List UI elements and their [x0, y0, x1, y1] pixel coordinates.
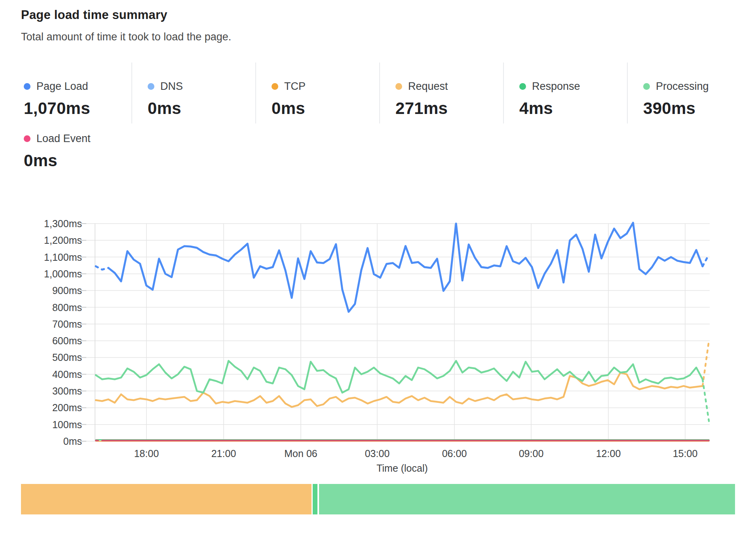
x-axis-label: 03:00 — [365, 448, 390, 459]
series-request — [703, 341, 709, 386]
y-axis-label: 600ms — [52, 335, 82, 346]
y-axis-label: 400ms — [52, 369, 82, 380]
x-axis-label: 12:00 — [596, 448, 621, 459]
y-axis-label: 0ms — [63, 436, 82, 447]
series-page-load — [108, 223, 703, 312]
x-axis-title: Time (local) — [376, 463, 428, 474]
x-axis-label: Mon 06 — [284, 448, 317, 459]
status-timeline-bar — [21, 484, 735, 514]
y-axis-label: 200ms — [52, 402, 82, 413]
series-page-load — [703, 254, 709, 266]
bar-segment-orange-period — [21, 484, 312, 514]
bar-segment-green-period — [319, 484, 735, 514]
series-processing — [703, 379, 709, 421]
x-axis-label: 18:00 — [134, 448, 159, 459]
y-axis-label: 100ms — [52, 419, 82, 430]
x-axis-label: 06:00 — [442, 448, 467, 459]
x-axis-label: 09:00 — [519, 448, 544, 459]
x-axis-label: 21:00 — [211, 448, 236, 459]
bar-segment-green-stripe — [313, 484, 317, 514]
y-axis-label: 700ms — [52, 319, 82, 330]
y-axis-label: 300ms — [52, 385, 82, 397]
y-axis-label: 900ms — [52, 285, 82, 296]
series-processing — [96, 361, 703, 393]
y-axis-label: 800ms — [52, 302, 82, 313]
y-axis-label: 1,000ms — [44, 268, 82, 279]
y-axis-label: 1,300ms — [44, 218, 82, 229]
load-time-line-chart: 0ms100ms200ms300ms400ms500ms600ms700ms80… — [0, 0, 756, 535]
series-request — [96, 373, 703, 407]
y-axis-label: 1,100ms — [44, 252, 82, 263]
series-page-load — [96, 266, 108, 269]
y-axis-label: 1,200ms — [44, 235, 82, 246]
y-axis-label: 500ms — [52, 352, 82, 363]
x-axis-label: 15:00 — [673, 448, 698, 459]
